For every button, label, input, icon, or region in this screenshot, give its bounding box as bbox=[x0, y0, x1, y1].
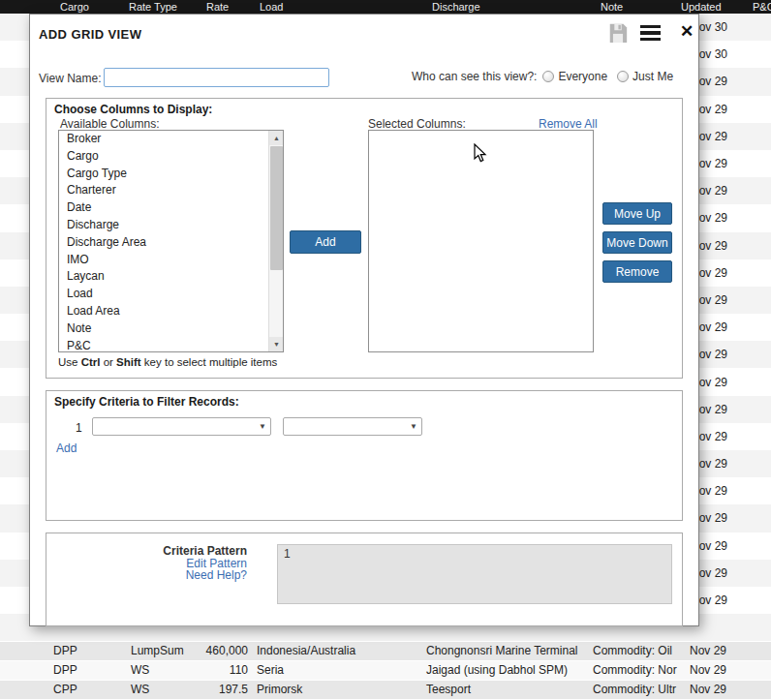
rate-type-cell: WS bbox=[131, 681, 149, 699]
table-row[interactable]: DPP WS 110 Seria Jaigad (using Dabhol SP… bbox=[0, 661, 771, 681]
criteria-field-select[interactable]: ▼ bbox=[92, 417, 271, 436]
view-name-label: View Name: bbox=[39, 72, 101, 85]
list-item[interactable]: IMO bbox=[59, 252, 267, 269]
add-grid-view-dialog: ADD GRID VIEW ✕ View Name: Who can see t… bbox=[29, 14, 699, 626]
section-title: Specify Criteria to Filter Records: bbox=[54, 395, 239, 409]
dialog-title: ADD GRID VIEW bbox=[39, 27, 141, 42]
list-item[interactable]: Cargo Type bbox=[59, 166, 267, 183]
available-columns-label: Available Columns: bbox=[60, 117, 160, 131]
close-icon[interactable]: ✕ bbox=[680, 21, 694, 42]
scroll-down-icon[interactable]: ▼ bbox=[269, 337, 284, 351]
grid-header-cell[interactable]: Updated bbox=[681, 1, 722, 13]
updated-cell: Nov 29 bbox=[690, 661, 726, 680]
load-cell: Indonesia/Australia bbox=[257, 642, 355, 660]
grid-bottom-rows: DPP LumpSum 460,000 Indonesia/Australia … bbox=[0, 642, 771, 700]
grid-header-cell[interactable]: P&C bbox=[753, 1, 771, 13]
visibility-question: Who can see this view?: bbox=[412, 70, 537, 83]
cargo-cell: DPP bbox=[53, 661, 77, 680]
add-button[interactable]: Add bbox=[290, 230, 361, 254]
scrollbar[interactable]: ▲ ▼ bbox=[268, 131, 283, 351]
list-item[interactable]: Discharge bbox=[59, 217, 267, 234]
rate-cell: 197.5 bbox=[170, 681, 248, 699]
discharge-cell: Teesport bbox=[426, 681, 471, 699]
list-item[interactable]: Load Area bbox=[59, 303, 267, 320]
criteria-operator-select[interactable]: ▼ bbox=[283, 417, 422, 436]
note-cell: Commodity: Ultr bbox=[593, 681, 686, 699]
grid-header: CargoRate TypeRateLoadDischargeNoteUpdat… bbox=[0, 0, 771, 14]
cargo-cell: CPP bbox=[53, 681, 77, 699]
grid-header-cell[interactable]: Rate Type bbox=[129, 1, 177, 13]
note-cell: Commodity: Nor bbox=[593, 661, 686, 680]
move-down-button[interactable]: Move Down bbox=[602, 231, 672, 254]
list-item[interactable]: Load bbox=[59, 286, 267, 303]
grid-header-cell[interactable]: Cargo bbox=[60, 1, 89, 13]
choose-columns-section: Choose Columns to Display: Available Col… bbox=[46, 98, 683, 379]
list-item[interactable]: Laycan bbox=[59, 268, 267, 286]
menu-icon[interactable] bbox=[640, 25, 661, 41]
mouse-cursor bbox=[474, 143, 487, 163]
discharge-cell: Jaigad (using Dabhol SPM) bbox=[426, 661, 568, 680]
rate-type-cell: WS bbox=[131, 661, 149, 680]
grid-header-cell[interactable]: Rate bbox=[206, 1, 229, 13]
just-me-radio[interactable] bbox=[617, 71, 629, 82]
just-me-label: Just Me bbox=[632, 70, 673, 83]
criteria-pattern-section: Criteria Pattern Edit Pattern Need Help?… bbox=[46, 533, 683, 626]
grid-header-cell[interactable]: Discharge bbox=[432, 1, 480, 13]
table-row[interactable]: CPP WS 197.5 Primorsk Teesport Commodity… bbox=[0, 681, 771, 700]
list-item[interactable]: P&C bbox=[59, 338, 267, 352]
list-item[interactable]: Discharge Area bbox=[59, 234, 267, 252]
table-row[interactable]: DPP LumpSum 460,000 Indonesia/Australia … bbox=[0, 642, 771, 661]
load-cell: Seria bbox=[257, 661, 284, 680]
list-item[interactable]: Cargo bbox=[59, 148, 267, 166]
everyone-radio[interactable] bbox=[542, 71, 554, 82]
chevron-down-icon: ▼ bbox=[410, 422, 417, 431]
chevron-down-icon: ▼ bbox=[259, 422, 266, 431]
filter-criteria-section: Specify Criteria to Filter Records: 1 ▼ … bbox=[46, 390, 683, 521]
list-item[interactable]: Date bbox=[59, 199, 267, 217]
add-criteria-link[interactable]: Add bbox=[56, 441, 77, 455]
multi-select-hint: Use Ctrl or Shift key to select multiple… bbox=[58, 356, 277, 368]
note-cell: Commodity: Oil bbox=[593, 642, 686, 660]
criteria-pattern-labels: Criteria Pattern Edit Pattern Need Help? bbox=[46, 545, 247, 582]
criteria-pattern-textarea[interactable]: 1 bbox=[277, 544, 672, 604]
grid-header-cell[interactable]: Note bbox=[601, 1, 623, 13]
discharge-cell: Chongnonsri Marine Terminal bbox=[426, 642, 578, 660]
scroll-up-icon[interactable]: ▲ bbox=[269, 131, 284, 145]
available-columns-list[interactable]: ▲ ▼ BrokerCargoCargo TypeChartererDateDi… bbox=[58, 130, 284, 352]
view-name-input[interactable] bbox=[104, 68, 329, 87]
list-item[interactable]: Broker bbox=[59, 131, 267, 148]
section-title: Choose Columns to Display: bbox=[54, 103, 212, 116]
rate-cell: 110 bbox=[170, 661, 248, 680]
cargo-cell: DPP bbox=[53, 642, 77, 660]
selected-columns-list[interactable] bbox=[368, 130, 594, 352]
updated-cell: Nov 29 bbox=[690, 642, 726, 660]
selected-columns-label: Selected Columns: bbox=[368, 117, 466, 131]
everyone-label: Everyone bbox=[558, 70, 607, 83]
load-cell: Primorsk bbox=[257, 681, 302, 699]
updated-cell: Nov 29 bbox=[690, 681, 726, 699]
remove-button[interactable]: Remove bbox=[602, 260, 672, 283]
need-help-link[interactable]: Need Help? bbox=[186, 568, 247, 582]
criteria-row-number: 1 bbox=[76, 421, 82, 435]
list-item[interactable]: Charterer bbox=[59, 182, 267, 199]
grid-header-cell[interactable]: Load bbox=[260, 1, 283, 13]
save-icon[interactable] bbox=[607, 22, 629, 44]
rate-cell: 460,000 bbox=[170, 642, 248, 660]
move-up-button[interactable]: Move Up bbox=[602, 202, 672, 225]
list-item[interactable]: Note bbox=[59, 320, 267, 338]
visibility-options: Who can see this view?: Everyone Just Me bbox=[412, 70, 683, 83]
remove-all-link[interactable]: Remove All bbox=[539, 117, 598, 131]
scrollbar-thumb[interactable] bbox=[270, 146, 283, 270]
